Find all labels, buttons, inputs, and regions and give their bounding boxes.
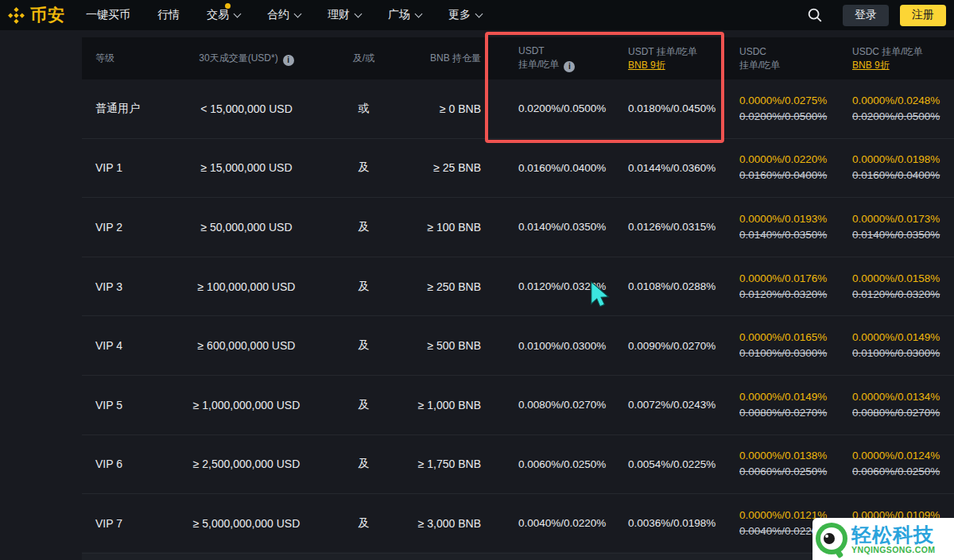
usdc-bnb-fee-cell: 0.0000%/0.0198% 0.0160%/0.0400% [852,152,954,183]
register-button[interactable]: 注册 [900,5,946,26]
level-cell: VIP 4 [82,339,171,352]
table-row: VIP 5 ≥ 1,000,000,000 USD 及 ≥ 1,000 BNB … [82,376,954,435]
usdc-fee-cell: 0.0000%/0.0176% 0.0120%/0.0320% [739,271,852,303]
binance-logo[interactable]: 币安 [6,4,65,26]
level-cell: VIP 6 [82,458,171,470]
nav-label: 理财 [328,8,350,22]
usdc-bnb-fee-cell: 0.0000%/0.0124% 0.0060%/0.0250% [852,448,954,480]
chevron-down-icon [415,10,423,17]
usdc-fee-new: 0.0000%/0.0176% [739,271,852,287]
table-row: 普通用户 < 15,000,000 USD 或 ≥ 0 BNB 0.0200%/… [82,79,954,139]
and-or-cell: 及 [322,338,405,353]
nav-item-more[interactable]: 更多 [448,8,482,22]
header-usdc-bnb-line1: USDC 挂单/吃单 [852,45,954,59]
volume-cell: ≥ 5,000,000,000 USD [171,517,322,530]
nav-item-markets[interactable]: 行情 [157,8,180,22]
usdt-bnb-fee-cell: 0.0180%/0.0450% [628,102,739,114]
notification-dot [225,3,231,9]
table-header-row: 等级 30天成交量(USD*) 及/或 BNB 持仓量 USDT 挂单/吃单 U… [82,37,954,79]
green-eye-icon [815,523,848,556]
usdc-fee-cell: 0.0000%/0.0149% 0.0080%/0.0270% [739,389,852,421]
header-usdt-fees: USDT 挂单/吃单 [483,44,628,72]
usdc-bnb-fee-old: 0.0060%/0.0250% [852,464,954,480]
watermark-title: 轻松科技 [851,524,935,545]
nav-item-futures[interactable]: 合约 [267,8,301,22]
usdc-bnb-fee-new: 0.0000%/0.0149% [852,330,954,346]
info-icon[interactable] [283,55,294,66]
usdc-bnb-fee-new: 0.0000%/0.0173% [852,211,954,227]
usdc-fee-new: 0.0000%/0.0220% [739,152,852,168]
usdc-fee-old: 0.0080%/0.0270% [739,405,852,421]
usdc-bnb-fee-old: 0.0080%/0.0270% [852,405,954,421]
nav-label: 行情 [157,8,180,22]
header-volume-label: 30天成交量(USD*) [199,52,277,64]
usdc-bnb-fee-new: 0.0000%/0.0198% [852,152,954,168]
and-or-cell: 及 [322,398,405,412]
level-cell: VIP 2 [82,221,171,234]
usdt-bnb-fee-cell: 0.0126%/0.0315% [628,221,739,233]
usdc-fee-new: 0.0000%/0.0149% [739,389,852,405]
header-usdt-bnb-fees: USDT 挂单/吃单 BNB 9折 [628,45,739,72]
usdt-fee-cell: 0.0160%/0.0400% [483,162,628,174]
bnb-holding-cell: ≥ 1,000 BNB [405,399,483,411]
table-body: 普通用户 < 15,000,000 USD 或 ≥ 0 BNB 0.0200%/… [82,79,954,554]
usdc-bnb-fee-old: 0.0200%/0.0500% [852,109,954,125]
bnb-discount-link[interactable]: BNB 9折 [628,60,665,71]
header-usdt-bnb-line1: USDT 挂单/吃单 [628,45,739,59]
info-icon[interactable] [564,61,575,72]
usdc-bnb-fee-new: 0.0000%/0.0158% [852,271,954,287]
nav-item-trade[interactable]: 交易 [207,8,240,22]
usdt-fee-cell: 0.0140%/0.0350% [483,221,628,233]
usdt-fee-cell: 0.0080%/0.0270% [483,399,628,411]
nav-item-buy-crypto[interactable]: 一键买币 [86,8,130,22]
usdc-bnb-fee-new: 0.0000%/0.0124% [852,448,954,464]
level-cell: 普通用户 [82,102,171,116]
usdc-fee-old: 0.0100%/0.0300% [739,346,852,361]
top-navbar: 币安 一键买币 行情 交易 合约 理财 广场 更多 [0,0,954,30]
table-row: VIP 2 ≥ 50,000,000 USD 及 ≥ 100 BNB 0.014… [82,198,954,257]
volume-cell: ≥ 100,000,000 USD [171,280,322,293]
nav-right-group: 登录 注册 [805,5,946,26]
usdc-fee-old: 0.0060%/0.0250% [739,464,852,480]
and-or-cell: 及 [322,280,405,294]
and-or-cell: 及 [322,516,405,531]
header-and-or: 及/或 [322,52,405,65]
usdc-fee-cell: 0.0000%/0.0220% 0.0160%/0.0400% [739,152,852,183]
level-cell: VIP 3 [82,280,171,293]
table-row: VIP 1 ≥ 15,000,000 USD 及 ≥ 25 BNB 0.0160… [82,139,954,199]
volume-cell: ≥ 600,000,000 USD [171,339,322,352]
level-cell: VIP 5 [82,399,171,411]
bnb-holding-cell: ≥ 100 BNB [405,221,483,234]
search-icon[interactable] [805,5,825,25]
usdt-bnb-fee-cell: 0.0054%/0.0225% [628,458,739,470]
watermark: 轻松科技 YNQINGSONG.COM [812,518,954,560]
chevron-down-icon [294,10,302,17]
login-button[interactable]: 登录 [843,5,889,26]
usdc-bnb-fee-old: 0.0140%/0.0350% [852,227,954,243]
usdc-bnb-fee-cell: 0.0000%/0.0134% 0.0080%/0.0270% [852,389,954,421]
usdc-fee-cell: 0.0000%/0.0165% 0.0100%/0.0300% [739,330,852,361]
nav-item-square[interactable]: 广场 [388,8,421,22]
bnb-holding-cell: ≥ 250 BNB [405,280,483,293]
watermark-domain: YNQINGSONG.COM [851,545,935,554]
bnb-holding-cell: ≥ 3,000 BNB [405,517,483,530]
nav-item-earn[interactable]: 理财 [328,8,361,22]
header-usdc-line1: USDC [739,45,852,59]
usdc-fee-cell: 0.0000%/0.0193% 0.0140%/0.0350% [739,211,852,243]
usdc-fee-new: 0.0000%/0.0275% [739,93,852,109]
chevron-down-icon [234,10,242,17]
volume-cell: ≥ 15,000,000 USD [171,161,322,174]
level-cell: VIP 1 [82,161,171,174]
and-or-cell: 或 [322,102,405,116]
usdc-fee-new: 0.0000%/0.0165% [739,330,852,346]
usdt-bnb-fee-cell: 0.0090%/0.0270% [628,340,739,352]
usdt-bnb-fee-cell: 0.0072%/0.0243% [628,399,739,411]
bnb-holding-cell: ≥ 1,750 BNB [405,458,483,470]
binance-diamond-icon [6,6,26,25]
nav-menu: 一键买币 行情 交易 合约 理财 广场 更多 [86,8,482,22]
usdc-fee-cell: 0.0000%/0.0275% 0.0200%/0.0500% [739,93,852,125]
header-volume: 30天成交量(USD*) [171,52,322,66]
bnb-holding-cell: ≥ 0 BNB [405,102,483,115]
bnb-discount-link[interactable]: BNB 9折 [852,60,890,71]
usdc-bnb-fee-cell: 0.0000%/0.0173% 0.0140%/0.0350% [852,211,954,243]
